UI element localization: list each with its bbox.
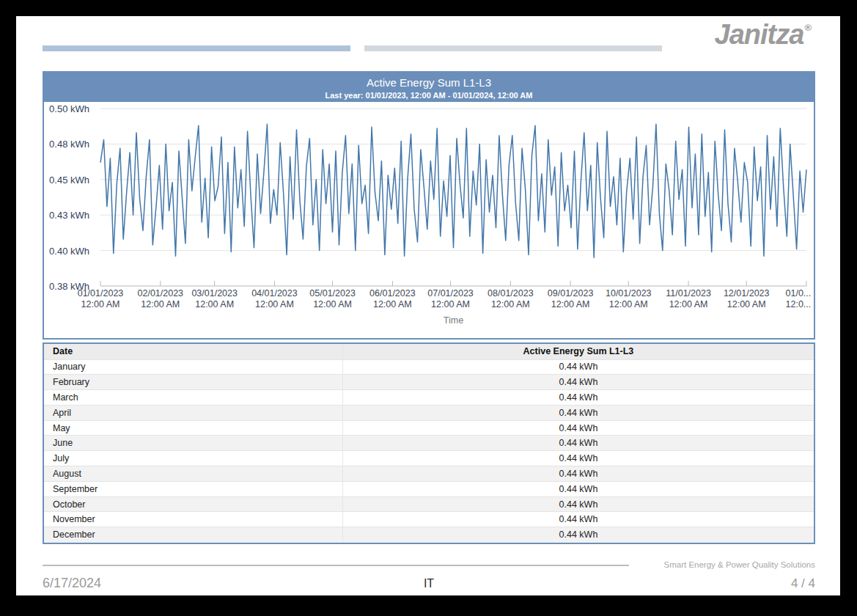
footer-rule bbox=[43, 565, 629, 566]
energy-value-cell: 0.44 kWh bbox=[342, 359, 814, 375]
axis-ticks bbox=[100, 281, 806, 286]
month-cell: February bbox=[44, 375, 342, 390]
energy-value-cell: 0.44 kWh bbox=[342, 512, 814, 527]
x-axis-label: 02/01/202312:00 AM bbox=[138, 288, 184, 310]
report-page: Janitza® Active Energy Sum L1-L3 Last ye… bbox=[16, 16, 840, 595]
table-row: October0.44 kWh bbox=[44, 496, 814, 512]
y-axis-label: 0.50 kWh bbox=[49, 103, 89, 114]
x-axis-label: 06/01/202312:00 AM bbox=[369, 288, 416, 310]
table-row: September0.44 kWh bbox=[44, 481, 814, 496]
x-axis-label: 03/01/202312:00 AM bbox=[191, 288, 238, 310]
month-cell: July bbox=[44, 451, 342, 466]
month-cell: October bbox=[44, 496, 342, 512]
month-cell: March bbox=[44, 390, 342, 406]
x-axis-label: 07/01/202312:00 AM bbox=[427, 288, 474, 310]
month-cell: May bbox=[44, 420, 342, 436]
chart-subtitle: Last year: 01/01/2023, 12:00 AM - 01/01/… bbox=[44, 90, 814, 100]
table-row: June0.44 kWh bbox=[44, 436, 814, 451]
table-row: November0.44 kWh bbox=[44, 512, 814, 527]
table-header-date: Date bbox=[44, 344, 342, 359]
chart-title: Active Energy Sum L1-L3 bbox=[44, 76, 814, 90]
energy-value-cell: 0.44 kWh bbox=[342, 375, 814, 390]
chart-header: Active Energy Sum L1-L3 Last year: 01/01… bbox=[44, 73, 814, 102]
x-axis-label: 11/01/202312:00 AM bbox=[666, 288, 711, 310]
energy-value-cell: 0.44 kWh bbox=[342, 527, 814, 543]
table-row: April0.44 kWh bbox=[44, 405, 814, 420]
janitza-logo-text: Janitza bbox=[715, 19, 804, 50]
monthly-values-table: Date Active Energy Sum L1-L3 January0.44… bbox=[44, 344, 814, 543]
x-axis: 01/01/202312:00 AM02/01/202312:00 AM03/0… bbox=[100, 286, 806, 312]
header-accent-bar-gray bbox=[364, 45, 662, 51]
energy-value-cell: 0.44 kWh bbox=[342, 390, 814, 406]
table-header-row: Date Active Energy Sum L1-L3 bbox=[44, 344, 814, 359]
x-axis-label: 10/01/202312:00 AM bbox=[606, 288, 652, 310]
table-panel: Date Active Energy Sum L1-L3 January0.44… bbox=[43, 342, 815, 544]
month-cell: September bbox=[44, 481, 342, 496]
x-axis-label: 08/01/202312:00 AM bbox=[488, 288, 534, 310]
footer-center-label: IT bbox=[300, 577, 557, 590]
table-row: March0.44 kWh bbox=[44, 390, 814, 406]
table-header-value: Active Energy Sum L1-L3 bbox=[342, 344, 814, 359]
chart-panel: Active Energy Sum L1-L3 Last year: 01/01… bbox=[43, 71, 815, 340]
table-row: January0.44 kWh bbox=[44, 359, 814, 375]
chart-body: 0.50 kWh0.48 kWh0.45 kWh0.43 kWh0.40 kWh… bbox=[44, 102, 814, 326]
y-axis-label: 0.45 kWh bbox=[49, 174, 89, 185]
month-cell: April bbox=[44, 405, 342, 420]
janitza-logo: Janitza® bbox=[715, 21, 811, 48]
y-axis-label: 0.43 kWh bbox=[49, 210, 89, 221]
chart-svg bbox=[100, 109, 806, 286]
x-axis-label: 09/01/202312:00 AM bbox=[548, 288, 594, 310]
page-header: Janitza® bbox=[16, 16, 840, 51]
energy-value-cell: 0.44 kWh bbox=[342, 405, 814, 420]
x-axis-label: 01/0...12:0... bbox=[786, 288, 812, 310]
footer-page-number: 4 / 4 bbox=[558, 576, 815, 591]
energy-value-cell: 0.44 kWh bbox=[342, 420, 814, 436]
energy-value-cell: 0.44 kWh bbox=[342, 436, 814, 451]
time-axis-label: Time bbox=[100, 315, 806, 326]
x-axis-label: 12/01/202312:00 AM bbox=[724, 288, 770, 310]
energy-value-cell: 0.44 kWh bbox=[342, 466, 814, 482]
energy-value-cell: 0.44 kWh bbox=[342, 451, 814, 466]
month-cell: November bbox=[44, 512, 342, 527]
table-row: February0.44 kWh bbox=[44, 375, 814, 390]
y-axis-label: 0.40 kWh bbox=[49, 245, 89, 256]
table-row: July0.44 kWh bbox=[44, 451, 814, 466]
x-axis-label: 01/01/202312:00 AM bbox=[78, 288, 124, 310]
x-axis-label: 05/01/202312:00 AM bbox=[309, 288, 356, 310]
footer-date: 6/17/2024 bbox=[43, 576, 300, 591]
y-axis-label: 0.48 kWh bbox=[49, 139, 89, 150]
y-axis: 0.50 kWh0.48 kWh0.45 kWh0.43 kWh0.40 kWh… bbox=[44, 109, 94, 286]
plot-area bbox=[100, 109, 806, 286]
registered-trademark-icon: ® bbox=[804, 22, 811, 33]
month-cell: January bbox=[44, 359, 342, 375]
page-footer: Smart Energy & Power Quality Solutions 6… bbox=[43, 560, 815, 591]
month-cell: June bbox=[44, 436, 342, 451]
footer-slogan: Smart Energy & Power Quality Solutions bbox=[629, 560, 815, 569]
table-row: May0.44 kWh bbox=[44, 420, 814, 436]
energy-value-cell: 0.44 kWh bbox=[342, 481, 814, 496]
month-cell: August bbox=[44, 466, 342, 482]
month-cell: December bbox=[44, 527, 342, 543]
header-accent-bar-blue bbox=[43, 45, 350, 51]
table-row: December0.44 kWh bbox=[44, 527, 814, 543]
table-body: January0.44 kWhFebruary0.44 kWhMarch0.44… bbox=[44, 359, 814, 543]
x-axis-label: 04/01/202312:00 AM bbox=[251, 288, 298, 310]
table-row: August0.44 kWh bbox=[44, 466, 814, 482]
energy-value-cell: 0.44 kWh bbox=[342, 496, 814, 512]
